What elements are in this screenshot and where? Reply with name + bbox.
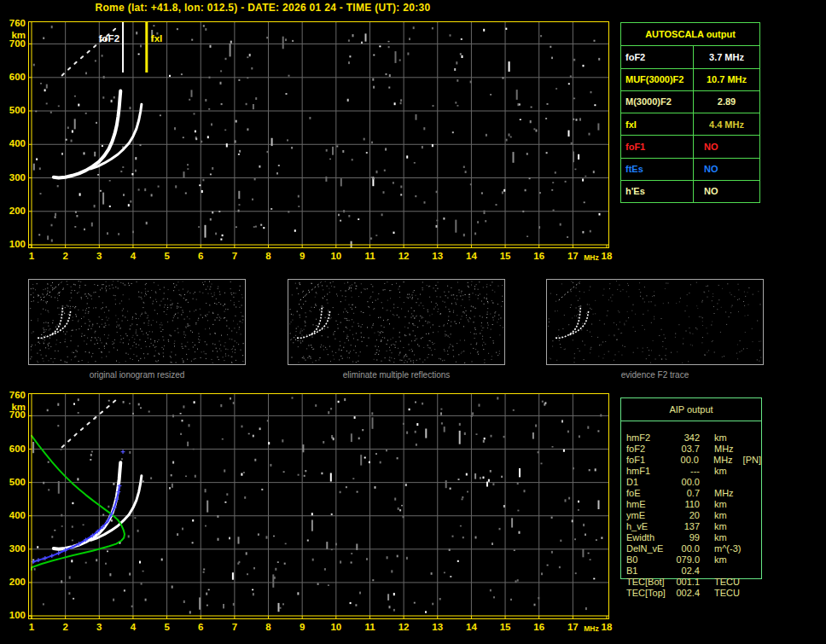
x-tick-label: 15: [495, 251, 515, 261]
second-hop-trace: [62, 398, 118, 447]
x-tick-label: 16: [529, 251, 550, 261]
autoscala-row-label: foF1: [621, 136, 694, 157]
y-tick-label: 500: [0, 477, 26, 488]
aip-row-foe: foE0.7MHz: [626, 488, 761, 499]
thumb-F2-ordinary-trace: [38, 306, 62, 339]
x-tick-label: 16: [529, 622, 550, 632]
x-tick-label: 9: [292, 251, 312, 261]
x-tick-label: 8: [259, 622, 279, 632]
aip-row-label: foF2: [626, 444, 669, 455]
aip-row-value: ---: [669, 466, 700, 477]
aip-row-unit: MHz: [713, 455, 733, 466]
x-tick-label: 4: [123, 251, 143, 261]
thumbnail-caption-eliminate: eliminate multiple reflections: [288, 370, 505, 380]
thumbnail-noise: [30, 281, 244, 363]
x-tick-label: 10: [326, 251, 346, 261]
x-tick-label: 6: [190, 251, 211, 261]
aip-row-value: 342: [669, 432, 700, 444]
x-tick-label: 3: [89, 622, 109, 632]
aip-row-value: 137: [669, 521, 700, 532]
x-tick-label: 13: [428, 251, 448, 261]
trace-series: [54, 26, 142, 177]
y-tick-label: 400: [0, 510, 26, 521]
x-tick-label: 12: [393, 622, 414, 632]
F2-ordinary-trace: [54, 91, 121, 178]
aip-row-unit: m^(-3): [714, 543, 741, 554]
aip-row-unit: km: [714, 532, 727, 543]
autoscala-row-value: NO: [694, 181, 759, 202]
aip-row-label: DelN_vE: [626, 543, 669, 554]
aip-row-unit: km: [714, 466, 727, 477]
autoscala-row-m3000f2: M(3000)F22.89: [621, 90, 759, 113]
aip-row-label: hmE: [626, 499, 669, 510]
aip-row-fof1: foF100.0MHz[PN]: [626, 455, 761, 466]
x-tick-label: 14: [461, 622, 481, 632]
aip-row-unit: TECU: [714, 577, 740, 588]
y-tick-label: 100: [0, 610, 26, 621]
autoscala-row-label: foF2: [621, 46, 694, 67]
x-tick-label: 2: [55, 622, 76, 632]
x-tick-label: 13: [428, 622, 448, 632]
autoscala-row-value: NO: [694, 159, 759, 180]
thumbnail-noise: [548, 281, 761, 363]
y-tick-label: 200: [0, 206, 26, 217]
thumbnail-caption-evidence: evidence F2 trace: [546, 370, 764, 380]
F2-extraordinary-trace: [90, 104, 141, 169]
marker-label-fxI: fxI: [151, 33, 162, 44]
x-tick-label: 5: [157, 622, 177, 632]
aip-row-value: 99: [669, 532, 700, 543]
aip-row-label: hmF1: [626, 466, 669, 477]
aip-row-label: foE: [626, 488, 669, 499]
aip-row-value: 00.0: [668, 455, 699, 466]
x-tick-label: 5: [157, 251, 177, 261]
aip-row-label: Ewidth: [626, 532, 669, 543]
aip-row-label: foF1: [626, 455, 668, 466]
thumb-F2-extraordinary-trace: [51, 310, 70, 334]
autoscala-row-fof2: foF23.7 MHz: [621, 45, 759, 67]
x-tick-label: 7: [224, 251, 245, 261]
thumb-F2-ordinary-trace: [556, 306, 580, 339]
autoscala-screen: Rome (lat: +41.8, lon: 012.5) - DATE: 20…: [0, 0, 826, 644]
thumbnail-original-ionogram: [28, 279, 246, 365]
aip-row-ewidth: Ewidth99km: [626, 532, 761, 543]
aip-row-hve: h_vE137km: [626, 521, 761, 532]
aip-row-label: ymE: [626, 510, 669, 521]
autoscala-table-header: AUTOSCALA output: [621, 23, 759, 45]
x-tick-label: 12: [393, 251, 414, 261]
x-tick-label: 6: [190, 622, 211, 632]
aip-row-unit: km: [714, 499, 727, 510]
aip-row-value: 079.0: [669, 554, 700, 566]
x-tick-label: 11: [359, 251, 380, 261]
autoscala-row-muf3000f2: MUF(3000)F210.7 MHz: [621, 68, 759, 90]
autoscala-row-fof1: foF1NO: [621, 135, 759, 157]
top-ionogram-plot: foF2fxI: [28, 21, 609, 248]
y-tick-label: 600: [0, 72, 26, 83]
y-tick-label: 400: [0, 138, 26, 149]
aip-row-unit: km: [714, 510, 727, 521]
y-tick-label: 200: [0, 577, 26, 588]
aip-row-label: B1: [626, 566, 669, 577]
x-axis-unit-label: MHz: [578, 624, 605, 633]
aip-row-label: TEC[Top]: [626, 588, 669, 599]
thumb-F2-extraordinary-trace: [311, 310, 329, 334]
aip-row-unit: MHz: [714, 444, 734, 455]
thumbnail-caption-original: original ionogram resized: [28, 370, 246, 380]
thumb-second-hop-trace: [559, 282, 580, 300]
thumbnail-noise: [289, 281, 503, 363]
thumb-second-hop-trace: [41, 282, 62, 300]
y-tick-label: 700: [0, 409, 26, 421]
x-tick-label: 2: [55, 251, 76, 261]
autoscala-row-hes: h'EsNO: [621, 180, 759, 202]
aip-row-b0: B0079.0km: [626, 554, 761, 566]
aip-row-unit: MHz: [714, 488, 734, 499]
autoscala-row-label: h'Es: [621, 181, 694, 202]
aip-row-unit: km: [714, 432, 727, 444]
aip-row-value: 110: [669, 499, 700, 510]
thumbnail-evidence-f2-trace: [546, 279, 764, 365]
aip-row-unit: km: [714, 521, 727, 532]
thumbnail-eliminate-reflections: [288, 279, 505, 365]
bottom-profile-plot: [28, 393, 609, 619]
x-tick-label: 1: [21, 622, 42, 632]
electron-density-profile: [32, 436, 125, 570]
autoscala-output-table: AUTOSCALA output foF23.7 MHzMUF(3000)F21…: [620, 22, 760, 203]
